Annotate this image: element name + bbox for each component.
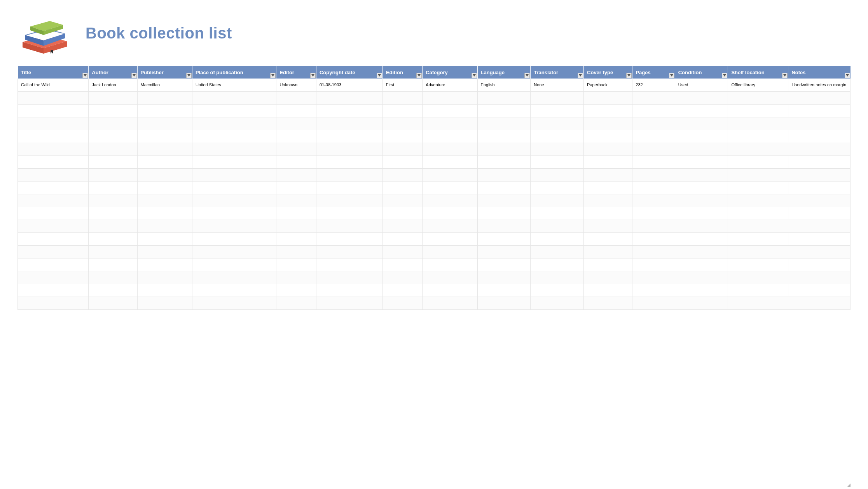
cell-language[interactable] [477,194,531,207]
cell-copyright[interactable] [316,155,382,168]
cell-pages[interactable] [632,143,675,155]
table-row[interactable] [18,155,851,168]
cell-author[interactable] [89,168,137,181]
cell-place[interactable] [192,271,276,284]
cell-copyright[interactable] [316,104,382,117]
cell-translator[interactable] [531,297,584,309]
cell-publisher[interactable]: Macmillan [137,79,192,91]
cell-shelf[interactable] [728,104,788,117]
cell-author[interactable] [89,297,137,309]
cell-language[interactable] [477,91,531,104]
cell-editor[interactable] [276,297,316,309]
filter-dropdown-icon[interactable] [669,73,674,78]
cell-edition[interactable] [382,258,423,271]
cell-edition[interactable] [382,91,423,104]
cell-publisher[interactable] [137,130,192,143]
cell-pages[interactable] [632,130,675,143]
cell-title[interactable] [18,104,89,117]
cell-publisher[interactable] [137,297,192,309]
cell-covertype[interactable] [584,168,632,181]
table-row[interactable] [18,271,851,284]
cell-pages[interactable] [632,258,675,271]
cell-translator[interactable]: None [531,79,584,91]
cell-copyright[interactable] [316,130,382,143]
cell-pages[interactable] [632,168,675,181]
cell-covertype[interactable] [584,104,632,117]
cell-shelf[interactable] [728,91,788,104]
column-header-copyright[interactable]: Copyright date [316,66,382,79]
cell-translator[interactable] [531,155,584,168]
cell-notes[interactable] [788,143,851,155]
cell-pages[interactable] [632,232,675,245]
cell-covertype[interactable] [584,130,632,143]
cell-place[interactable] [192,284,276,297]
cell-category[interactable]: Adventure [423,79,477,91]
cell-translator[interactable] [531,258,584,271]
cell-author[interactable] [89,117,137,130]
cell-publisher[interactable] [137,271,192,284]
cell-notes[interactable] [788,271,851,284]
cell-editor[interactable] [276,207,316,220]
cell-pages[interactable] [632,297,675,309]
cell-publisher[interactable] [137,155,192,168]
cell-copyright[interactable] [316,271,382,284]
cell-editor[interactable] [276,194,316,207]
cell-pages[interactable]: 232 [632,79,675,91]
cell-edition[interactable] [382,130,423,143]
cell-category[interactable] [423,284,477,297]
cell-edition[interactable] [382,245,423,258]
cell-category[interactable] [423,168,477,181]
cell-language[interactable] [477,181,531,194]
cell-editor[interactable] [276,220,316,232]
cell-language[interactable] [477,207,531,220]
cell-condition[interactable] [675,258,728,271]
cell-publisher[interactable] [137,284,192,297]
cell-condition[interactable]: Used [675,79,728,91]
cell-category[interactable] [423,207,477,220]
filter-dropdown-icon[interactable] [782,73,788,78]
cell-pages[interactable] [632,245,675,258]
cell-condition[interactable] [675,130,728,143]
cell-notes[interactable] [788,181,851,194]
cell-shelf[interactable] [728,207,788,220]
filter-dropdown-icon[interactable] [310,73,316,78]
cell-language[interactable] [477,104,531,117]
table-row[interactable] [18,168,851,181]
cell-copyright[interactable] [316,91,382,104]
filter-dropdown-icon[interactable] [524,73,530,78]
cell-translator[interactable] [531,143,584,155]
cell-notes[interactable] [788,297,851,309]
filter-dropdown-icon[interactable] [845,73,850,78]
cell-title[interactable] [18,91,89,104]
cell-language[interactable] [477,245,531,258]
cell-condition[interactable] [675,117,728,130]
cell-notes[interactable] [788,194,851,207]
cell-category[interactable] [423,117,477,130]
cell-title[interactable] [18,245,89,258]
cell-edition[interactable] [382,297,423,309]
cell-shelf[interactable] [728,143,788,155]
cell-author[interactable] [89,271,137,284]
cell-shelf[interactable] [728,117,788,130]
cell-pages[interactable] [632,284,675,297]
cell-shelf[interactable] [728,130,788,143]
cell-pages[interactable] [632,207,675,220]
cell-place[interactable]: United States [192,79,276,91]
table-row[interactable] [18,220,851,232]
cell-condition[interactable] [675,155,728,168]
filter-dropdown-icon[interactable] [377,73,382,78]
cell-category[interactable] [423,232,477,245]
cell-editor[interactable] [276,91,316,104]
cell-translator[interactable] [531,104,584,117]
cell-language[interactable] [477,143,531,155]
cell-pages[interactable] [632,91,675,104]
cell-covertype[interactable] [584,220,632,232]
cell-category[interactable] [423,258,477,271]
cell-language[interactable] [477,117,531,130]
cell-translator[interactable] [531,91,584,104]
cell-pages[interactable] [632,104,675,117]
column-header-place[interactable]: Place of publication [192,66,276,79]
cell-language[interactable] [477,168,531,181]
cell-translator[interactable] [531,271,584,284]
cell-copyright[interactable]: 01-08-1903 [316,79,382,91]
